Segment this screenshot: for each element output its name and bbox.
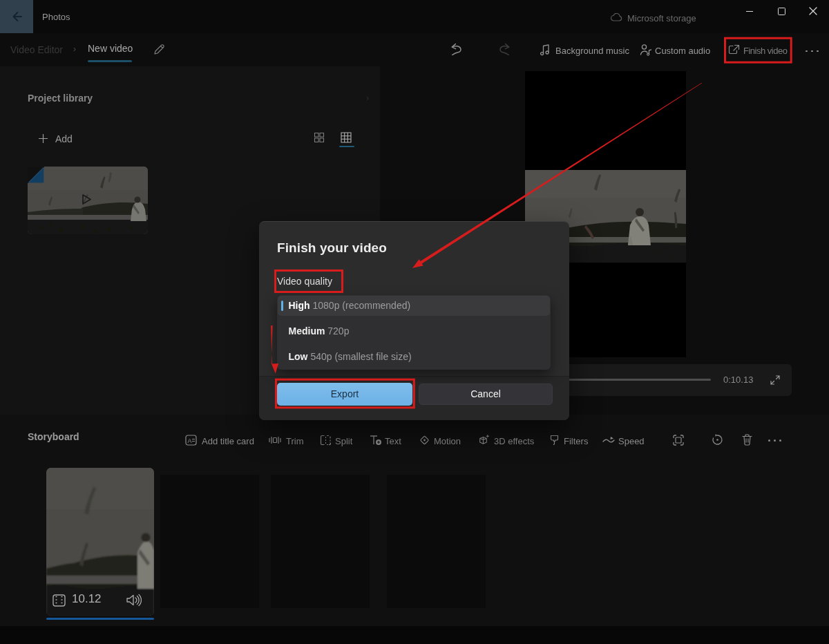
svg-text:A: A: [187, 437, 191, 444]
